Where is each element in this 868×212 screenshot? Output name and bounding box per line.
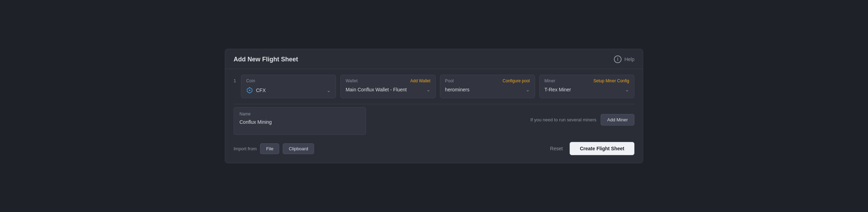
- pool-chevron-icon: ⌄: [526, 87, 530, 92]
- wallet-column-header: Wallet Add Wallet: [345, 78, 430, 83]
- miner-chevron-icon: ⌄: [625, 87, 629, 92]
- coin-column: Coin CFX ⌄: [241, 75, 336, 98]
- name-box: Name Conflux Mining: [234, 107, 366, 135]
- footer-row: Import from File Clipboard Reset Create …: [225, 135, 643, 163]
- pool-column-header: Pool Configure pool: [445, 78, 530, 83]
- wallet-select[interactable]: Main Conflux Wallet - Fluent ⌄: [345, 87, 430, 92]
- import-clipboard-button[interactable]: Clipboard: [283, 143, 314, 154]
- pool-value: herominers: [445, 87, 470, 92]
- wallet-chevron-icon: ⌄: [426, 87, 431, 92]
- import-file-button[interactable]: File: [260, 143, 279, 154]
- columns-row: 1 Coin CFX: [225, 69, 643, 104]
- name-section: Name Conflux Mining If you need to run s…: [225, 104, 643, 135]
- help-icon: i: [614, 55, 622, 63]
- miner-column: Miner Setup Miner Config T-Rex Miner ⌄: [539, 75, 634, 98]
- pool-label: Pool: [445, 78, 454, 83]
- add-wallet-link[interactable]: Add Wallet: [410, 78, 431, 83]
- help-label: Help: [624, 56, 634, 62]
- add-flight-sheet-panel: Add New Flight Sheet i Help 1 Coin: [225, 49, 643, 163]
- coin-label: Coin: [246, 78, 255, 83]
- panel-header: Add New Flight Sheet i Help: [225, 49, 643, 69]
- miner-value: T-Rex Miner: [545, 87, 571, 92]
- setup-miner-config-link[interactable]: Setup Miner Config: [593, 78, 629, 83]
- columns-grid: Coin CFX ⌄: [241, 75, 634, 98]
- coin-select[interactable]: CFX ⌄: [246, 87, 331, 94]
- name-row: Name Conflux Mining If you need to run s…: [234, 107, 634, 135]
- name-label: Name: [239, 112, 360, 116]
- coin-value-display: CFX: [246, 87, 266, 94]
- wallet-label: Wallet: [345, 78, 358, 83]
- coin-chevron-icon: ⌄: [327, 88, 331, 93]
- name-value: Conflux Mining: [239, 119, 360, 125]
- miner-column-header: Miner Setup Miner Config: [545, 78, 629, 83]
- help-button[interactable]: i Help: [614, 55, 634, 63]
- add-miner-description: If you need to run several miners: [530, 117, 596, 122]
- pool-select[interactable]: herominers ⌄: [445, 87, 530, 92]
- miner-select[interactable]: T-Rex Miner ⌄: [545, 87, 629, 92]
- cfx-icon: [246, 87, 253, 94]
- coin-column-header: Coin: [246, 78, 331, 83]
- wallet-column: Wallet Add Wallet Main Conflux Wallet - …: [340, 75, 435, 98]
- panel-title: Add New Flight Sheet: [234, 56, 298, 63]
- pool-column: Pool Configure pool herominers ⌄: [440, 75, 535, 98]
- add-miner-area: If you need to run several miners Add Mi…: [372, 107, 634, 126]
- import-row: Import from File Clipboard: [234, 143, 314, 154]
- add-miner-button[interactable]: Add Miner: [601, 114, 634, 126]
- create-flight-sheet-button[interactable]: Create Flight Sheet: [570, 142, 634, 155]
- configure-pool-link[interactable]: Configure pool: [503, 78, 530, 83]
- footer-right: Reset Create Flight Sheet: [550, 142, 634, 155]
- import-label: Import from: [234, 146, 257, 151]
- row-number: 1: [234, 78, 236, 83]
- miner-label: Miner: [545, 78, 556, 83]
- reset-button[interactable]: Reset: [550, 146, 563, 151]
- coin-value-text: CFX: [256, 88, 266, 93]
- wallet-value: Main Conflux Wallet - Fluent: [345, 87, 406, 92]
